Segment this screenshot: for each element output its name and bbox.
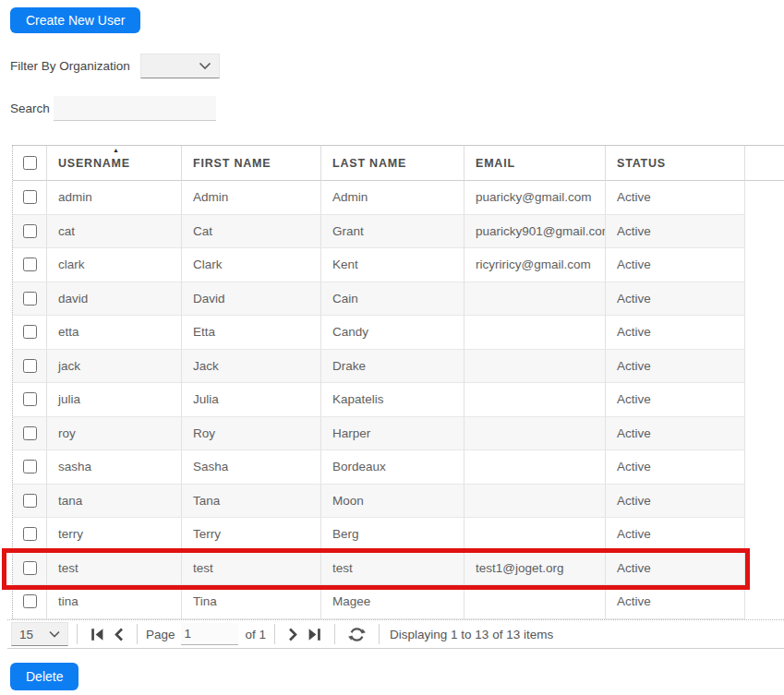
column-header-first-name[interactable]: FIRST NAME	[182, 146, 321, 181]
cell-email	[464, 585, 606, 619]
select-all-checkbox[interactable]	[23, 156, 37, 170]
column-header-status[interactable]: STATUS	[606, 146, 745, 181]
cell-status: Active	[606, 215, 745, 249]
table-row[interactable]: sasha Sasha Bordeaux Active	[13, 450, 784, 485]
cell-status: Active	[606, 518, 745, 552]
cell-email: puaricky901@gmail.com	[464, 215, 606, 249]
cell-username: clark	[47, 248, 182, 282]
table-row[interactable]: cat Cat Grant puaricky901@gmail.com Acti…	[13, 215, 784, 249]
row-checkbox[interactable]	[23, 460, 37, 473]
table-row[interactable]: julia Julia Kapatelis Active	[13, 383, 784, 417]
table-row[interactable]: admin Admin Admin puaricky@gmail.com Act…	[13, 181, 784, 215]
cell-last-name: Harper	[321, 417, 464, 451]
row-checkbox[interactable]	[23, 392, 37, 406]
column-header-email[interactable]: EMAIL	[464, 146, 606, 181]
table-row[interactable]: roy Roy Harper Active	[13, 417, 784, 451]
cell-status: Active	[606, 350, 745, 384]
row-checkbox[interactable]	[23, 527, 37, 541]
row-checkbox[interactable]	[23, 359, 37, 373]
row-checkbox-cell	[13, 282, 47, 317]
cell-last-name: Kapatelis	[321, 383, 464, 417]
table-row[interactable]: etta Etta Candy Active	[13, 316, 784, 350]
previous-page-button[interactable]	[114, 628, 124, 641]
row-checkbox[interactable]	[23, 258, 37, 271]
organization-filter-select[interactable]	[140, 54, 220, 78]
cell-spacer	[745, 248, 784, 282]
cell-email	[464, 417, 606, 451]
user-management-page: Create New User Filter By Organization S…	[0, 0, 784, 695]
cell-last-name: Moon	[321, 485, 464, 519]
table-row[interactable]: test test test test1@joget.org Active	[13, 552, 784, 586]
row-checkbox-cell	[13, 383, 47, 417]
cell-username: jack	[47, 350, 182, 384]
cell-username: admin	[47, 181, 182, 215]
row-checkbox[interactable]	[23, 561, 37, 575]
cell-username: cat	[47, 215, 182, 249]
cell-last-name: Cain	[321, 282, 464, 317]
cell-last-name: Bordeaux	[321, 450, 464, 485]
row-checkbox-cell	[13, 585, 47, 619]
cell-status: Active	[606, 282, 745, 317]
divider	[274, 624, 275, 644]
table-row[interactable]: terry Terry Berg Active	[13, 518, 784, 552]
cell-spacer	[745, 585, 784, 619]
row-checkbox[interactable]	[23, 224, 37, 238]
row-checkbox[interactable]	[23, 426, 37, 440]
row-checkbox-cell	[13, 215, 47, 249]
column-header-username[interactable]: ▲ USERNAME	[47, 146, 182, 181]
table-row[interactable]: tina Tina Magee Active	[13, 585, 784, 619]
divider	[379, 624, 380, 644]
divider	[137, 624, 138, 644]
cell-first-name: Terry	[182, 518, 321, 552]
column-header-last-name[interactable]: LAST NAME	[321, 146, 464, 181]
cell-email	[464, 485, 606, 519]
first-page-button[interactable]	[90, 628, 104, 641]
next-page-icon	[288, 628, 298, 641]
table-header-row: ▲ USERNAME FIRST NAME LAST NAME EMAIL ST…	[13, 146, 784, 181]
next-page-button[interactable]	[288, 628, 298, 641]
cell-status: Active	[606, 552, 745, 586]
column-header-spacer	[745, 146, 784, 181]
row-checkbox[interactable]	[23, 494, 37, 508]
cell-first-name: Cat	[182, 215, 321, 249]
page-label: Page	[146, 628, 175, 641]
cell-spacer	[745, 282, 784, 317]
page-of-label: of 1	[246, 628, 267, 641]
divider	[334, 624, 335, 644]
page-number-input[interactable]	[181, 623, 238, 645]
search-input[interactable]	[54, 96, 216, 121]
delete-button[interactable]: Delete	[10, 663, 78, 690]
cell-first-name: Tana	[182, 485, 321, 519]
row-checkbox[interactable]	[23, 292, 37, 306]
cell-status: Active	[606, 450, 745, 485]
table-row[interactable]: tana Tana Moon Active	[13, 485, 784, 519]
last-page-button[interactable]	[308, 628, 321, 641]
cell-status: Active	[606, 248, 745, 282]
cell-spacer	[745, 316, 784, 350]
cell-first-name: Admin	[182, 181, 321, 215]
refresh-icon	[348, 626, 366, 643]
cell-last-name: Berg	[321, 518, 464, 552]
cell-username: tana	[47, 485, 182, 519]
pagination-summary: Displaying 1 to 13 of 13 items	[390, 628, 553, 641]
row-checkbox-cell	[13, 248, 47, 282]
create-new-user-button[interactable]: Create New User	[10, 7, 140, 33]
page-size-value: 15	[19, 628, 33, 641]
row-checkbox[interactable]	[23, 325, 37, 339]
divider	[77, 624, 78, 644]
pagination-bar: 15 Page of 1	[7, 619, 784, 649]
cell-first-name: Jack	[182, 350, 321, 384]
table-row[interactable]: jack Jack Drake Active	[13, 350, 784, 384]
refresh-button[interactable]	[348, 626, 366, 643]
cell-spacer	[745, 485, 784, 519]
page-size-select[interactable]: 15	[11, 622, 68, 646]
row-checkbox[interactable]	[23, 594, 37, 608]
cell-status: Active	[606, 485, 745, 519]
table-row[interactable]: clark Clark Kent ricyriricy@gmail.com Ac…	[13, 248, 784, 282]
cell-email: test1@joget.org	[464, 552, 606, 586]
cell-spacer	[745, 350, 784, 384]
table-row[interactable]: david David Cain Active	[13, 282, 784, 317]
cell-email	[464, 350, 606, 384]
row-checkbox[interactable]	[23, 190, 37, 204]
cell-spacer	[745, 518, 784, 552]
